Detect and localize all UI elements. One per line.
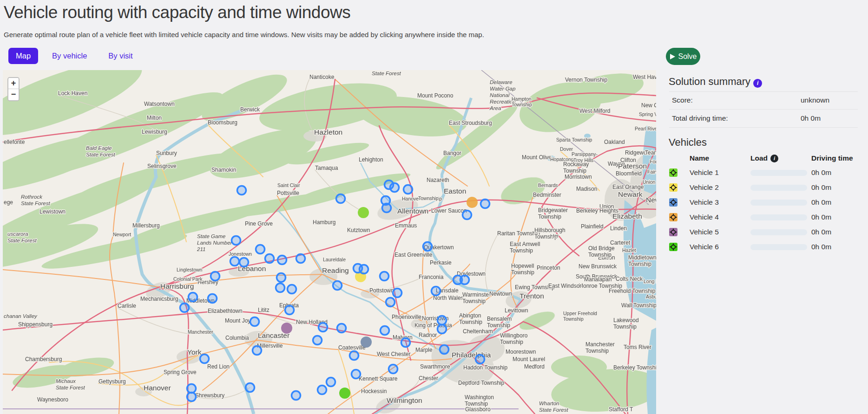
visit-marker[interactable] [319, 323, 328, 332]
visit-marker[interactable] [481, 200, 490, 208]
place-label: Reading [322, 266, 349, 274]
place-label: Shamokin [211, 167, 236, 173]
visit-marker[interactable] [389, 365, 398, 374]
tab-by-visit[interactable]: By visit [101, 48, 140, 64]
place-label: Colonial Park [173, 276, 203, 282]
visit-marker[interactable] [250, 317, 259, 326]
place-label: East Amwell [510, 241, 540, 247]
place-label: Trenton [519, 292, 544, 300]
visit-marker[interactable] [276, 284, 285, 292]
column-load: Load i [750, 154, 811, 162]
visit-marker[interactable] [333, 281, 342, 290]
visit-marker[interactable] [265, 254, 274, 263]
zoom-in-button[interactable]: + [8, 78, 19, 89]
visit-marker[interactable] [380, 272, 389, 281]
visit-marker[interactable] [288, 285, 296, 294]
visit-marker[interactable] [404, 185, 413, 194]
visit-marker[interactable] [211, 272, 220, 281]
visit-marker[interactable] [432, 287, 441, 296]
vehicle-driving-time: 0h 0m [811, 183, 858, 192]
visit-marker[interactable] [386, 298, 395, 307]
place-label: Bloomsburg [208, 119, 237, 126]
visit-marker[interactable] [296, 254, 305, 263]
visit-marker[interactable] [285, 306, 294, 315]
visit-marker[interactable] [440, 345, 449, 354]
tab-map[interactable]: Map [8, 48, 38, 64]
visit-marker[interactable] [401, 338, 410, 347]
solution-summary-info-icon[interactable]: i [753, 79, 762, 88]
depot-marker[interactable] [281, 323, 292, 334]
place-label: Laureldale [323, 257, 346, 262]
load-info-icon[interactable]: i [770, 155, 778, 162]
visit-marker[interactable] [460, 276, 469, 285]
visit-marker[interactable] [381, 326, 389, 335]
visit-marker[interactable] [327, 378, 335, 387]
visit-marker[interactable] [350, 351, 359, 360]
place-label: Tamaqua [315, 165, 338, 171]
place-label: Waynesboro [37, 396, 68, 403]
visit-marker[interactable] [360, 265, 368, 274]
place-label: Troy Hills [573, 157, 593, 163]
route-map[interactable]: + − [3, 70, 656, 414]
solve-button[interactable]: Solve [666, 48, 700, 65]
place-label: Philadelphia [452, 351, 491, 359]
column-name: Name [690, 154, 750, 162]
depot-marker[interactable] [339, 388, 350, 399]
tab-by-vehicle[interactable]: By vehicle [45, 48, 94, 64]
place-label: Mechanicsburg [140, 296, 178, 302]
visit-marker[interactable] [232, 236, 241, 245]
visit-marker[interactable] [253, 346, 262, 355]
depot-marker[interactable] [358, 207, 369, 218]
visit-marker[interactable] [313, 336, 322, 345]
visit-marker[interactable] [278, 256, 287, 265]
place-label: Fairview [647, 169, 656, 175]
place-label: Lakewood [613, 317, 639, 323]
place-label: Berkeley Township [613, 364, 656, 371]
visit-marker[interactable] [240, 258, 249, 267]
visit-marker[interactable] [318, 386, 327, 395]
visit-marker[interactable] [393, 289, 402, 298]
place-label: Union City [643, 179, 656, 185]
visit-marker[interactable] [476, 355, 485, 364]
depot-marker[interactable] [361, 336, 372, 348]
visit-marker[interactable] [187, 393, 196, 401]
visit-marker[interactable] [187, 384, 196, 393]
load-bar [750, 214, 807, 220]
visit-marker[interactable] [246, 383, 255, 392]
place-label: East Greenville [395, 252, 433, 258]
place-label: Long Bra [644, 278, 656, 284]
visit-marker[interactable] [382, 204, 391, 213]
zoom-out-button[interactable]: − [8, 89, 19, 100]
visit-marker[interactable] [230, 257, 239, 266]
visit-marker[interactable] [189, 293, 197, 302]
vehicle-name: Vehicle 6 [690, 243, 750, 251]
visit-marker[interactable] [336, 194, 345, 203]
visit-marker[interactable] [237, 186, 246, 195]
place-label: Madison [576, 186, 597, 192]
visit-marker[interactable] [438, 325, 447, 334]
vehicle-marker-icon [669, 213, 677, 221]
place-label: State Forest [86, 152, 115, 157]
place-label: Warminster [462, 291, 491, 298]
visit-marker[interactable] [463, 211, 472, 220]
visit-marker[interactable] [256, 245, 265, 254]
place-label: Lands Number [197, 240, 233, 246]
visit-marker[interactable] [352, 370, 361, 379]
visit-marker[interactable] [180, 304, 189, 312]
visit-marker[interactable] [292, 391, 301, 400]
visit-marker[interactable] [390, 183, 399, 192]
vehicle-row: Vehicle 60h 0m [669, 239, 858, 254]
place-label: ege [4, 199, 13, 206]
visit-marker[interactable] [208, 294, 217, 303]
place-label: Rothrock [21, 194, 43, 200]
depot-marker[interactable] [467, 197, 478, 208]
visit-marker[interactable] [423, 242, 432, 251]
vehicle-marker-icon [669, 228, 677, 236]
place-label: State Forest [539, 407, 568, 413]
visit-marker[interactable] [438, 316, 447, 325]
visit-marker[interactable] [200, 355, 209, 363]
visit-marker[interactable] [277, 273, 286, 282]
place-label: Wharton [539, 401, 559, 406]
visit-marker[interactable] [337, 324, 346, 333]
place-label: Manalapan [584, 276, 612, 283]
